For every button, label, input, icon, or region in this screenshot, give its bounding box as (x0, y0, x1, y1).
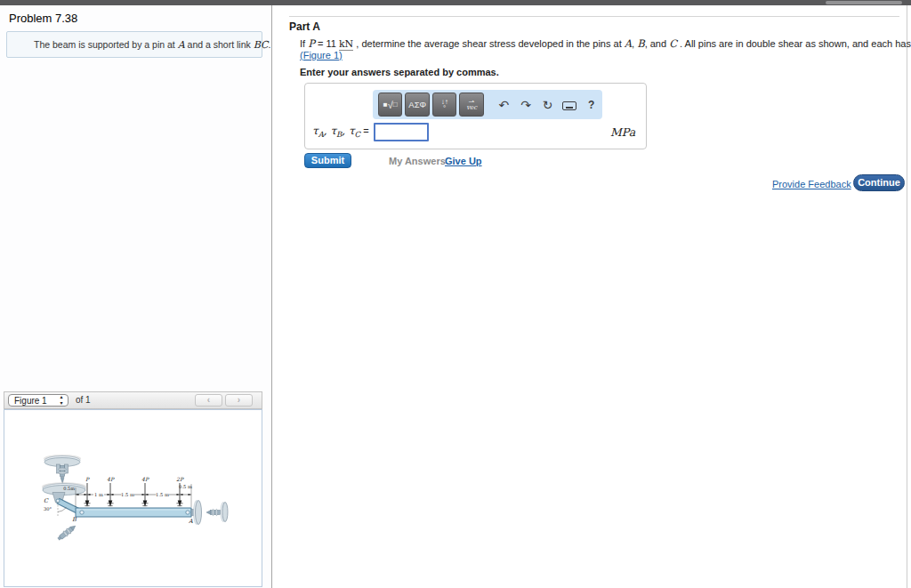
statement-text: and a short link (185, 39, 254, 50)
statement-text: . (268, 39, 270, 50)
beam (76, 508, 191, 517)
figure-prev-button[interactable]: ‹ (195, 394, 222, 407)
reset-icon[interactable]: ↻ (536, 98, 559, 112)
svg-text:4P: 4P (141, 476, 149, 482)
figure-link[interactable]: (Figure 1) (300, 50, 343, 60)
math-templates-button[interactable]: ■√□ (378, 93, 402, 117)
problem-title: Problem 7.38 (9, 12, 77, 25)
page-root: Problem 7.38 The beam is supported by a … (0, 0, 911, 588)
svg-text:0.5 m: 0.5 m (179, 484, 192, 489)
right-border (907, 5, 907, 588)
figure-next-button[interactable]: › (225, 394, 253, 407)
statement-text: The beam is supported by a pin at (34, 39, 178, 50)
beam-figure: 30° (4, 410, 262, 586)
svg-text:4P: 4P (107, 476, 115, 482)
answer-input[interactable] (374, 123, 429, 141)
svg-text:A: A (188, 518, 193, 525)
question-text: If P = 11 kN , determine the average she… (300, 37, 911, 50)
svg-text:2P: 2P (176, 476, 184, 482)
keyboard-icon[interactable] (559, 98, 581, 112)
part-label: Part A (289, 20, 320, 33)
greek-letters-button[interactable]: ΑΣΦ (405, 93, 429, 117)
svg-text:C: C (44, 497, 49, 504)
help-icon[interactable]: ? (580, 99, 602, 111)
chevron-right-icon: › (238, 395, 240, 405)
var-bc: BC (254, 39, 269, 51)
pin-a (186, 511, 189, 514)
var-a: A (178, 39, 185, 51)
pin-b (80, 511, 84, 514)
pin-detail-a (206, 503, 228, 522)
var-a: A (625, 37, 632, 50)
svg-text:0.5m: 0.5m (63, 486, 75, 491)
figure-select[interactable]: Figure 1 ▴▾ (8, 394, 69, 407)
equation-toolbar: ■√□ ΑΣΦ ↓↑° ⇀vec ↶ ↷ ↻ ? (373, 90, 602, 119)
var-p: P (308, 37, 315, 50)
problem-statement: The beam is supported by a pin at A and … (6, 31, 262, 58)
answer-instruction: Enter your answers separated by commas. (300, 67, 499, 77)
section-divider (289, 16, 899, 17)
select-stepper-icon: ▴▾ (58, 394, 65, 407)
svg-text:30°: 30° (44, 506, 52, 511)
provide-feedback-link[interactable]: Provide Feedback (772, 179, 851, 189)
submit-button[interactable]: Submit (304, 153, 351, 168)
figure-count-label: of 1 (76, 395, 91, 405)
svg-text:1.5 m: 1.5 m (121, 492, 134, 497)
continue-button[interactable]: Continue (853, 174, 905, 191)
vector-button[interactable]: ⇀vec (459, 93, 483, 117)
problem-panel: Problem 7.38 The beam is supported by a … (0, 5, 272, 588)
chevron-left-icon: ‹ (207, 395, 210, 405)
give-up-link[interactable]: Give Up (445, 156, 482, 166)
answer-label: τA, τB, τC = (312, 125, 369, 139)
answer-unit: MPa (610, 125, 635, 139)
svg-text:1.5 m: 1.5 m (156, 492, 169, 497)
pin-detail-top (44, 455, 81, 484)
figure-header: Figure 1 ▴▾ of 1 ‹ › (4, 391, 262, 409)
undo-icon[interactable]: ↶ (493, 98, 515, 112)
unit-kn[interactable]: kN (339, 38, 353, 51)
wall-plate-a (191, 501, 202, 525)
figure-viewport: 30° (4, 409, 262, 587)
svg-text:P: P (85, 476, 90, 482)
var-b: B (637, 37, 644, 50)
figure-select-value: Figure 1 (14, 396, 47, 406)
pin-detail-b (57, 523, 77, 541)
scrollbar-thumb[interactable] (826, 1, 902, 4)
var-c: C (669, 37, 677, 50)
redo-icon[interactable]: ↷ (515, 98, 537, 112)
answer-module: ■√□ ΑΣΦ ↓↑° ⇀vec ↶ ↷ ↻ ? τA, τB, τC = MP… (304, 83, 647, 149)
figure-link-row: (Figure 1) (300, 50, 343, 60)
subscript-button[interactable]: ↓↑° (432, 93, 456, 117)
svg-text:1 m: 1 m (94, 492, 103, 497)
my-answers-label[interactable]: My Answers (389, 156, 446, 166)
